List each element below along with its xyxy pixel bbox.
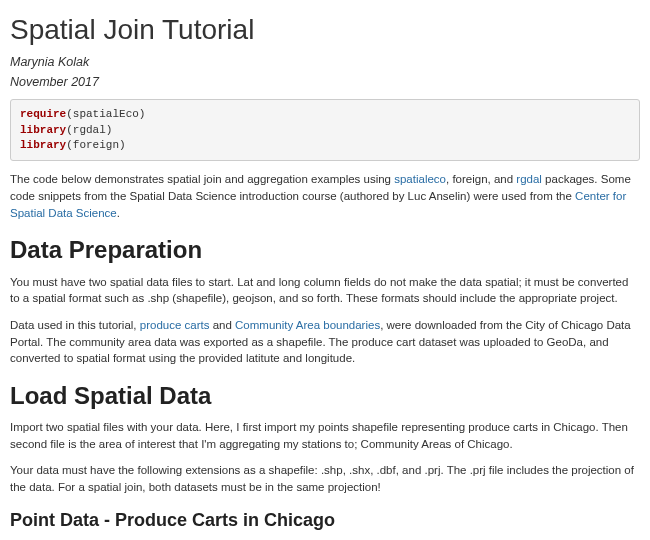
text: Data used in this tutorial,	[10, 319, 140, 331]
code-text: (rgdal)	[66, 124, 112, 136]
link-produce-carts[interactable]: produce carts	[140, 319, 210, 331]
date-line: November 2017	[10, 74, 640, 92]
paragraph: Import two spatial files with your data.…	[10, 419, 640, 452]
link-spatialeco[interactable]: spatialeco	[394, 173, 446, 185]
text: The code below demonstrates spatial join…	[10, 173, 394, 185]
code-keyword: library	[20, 124, 66, 136]
text: and	[209, 319, 235, 331]
code-block-setup: require(spatialEco) library(rgdal) libra…	[10, 99, 640, 161]
link-community-area-boundaries[interactable]: Community Area boundaries	[235, 319, 380, 331]
code-keyword: require	[20, 108, 66, 120]
text: , foreign, and	[446, 173, 516, 185]
code-text: (spatialEco)	[66, 108, 145, 120]
paragraph: Your data must have the following extens…	[10, 462, 640, 495]
page-title: Spatial Join Tutorial	[10, 10, 640, 50]
code-text: (foreign)	[66, 139, 125, 151]
paragraph: You must have two spatial data files to …	[10, 274, 640, 307]
heading-load-spatial-data: Load Spatial Data	[10, 379, 640, 413]
author-line: Marynia Kolak	[10, 54, 640, 72]
intro-paragraph: The code below demonstrates spatial join…	[10, 171, 640, 221]
heading-data-preparation: Data Preparation	[10, 233, 640, 267]
code-keyword: library	[20, 139, 66, 151]
text: .	[117, 207, 120, 219]
heading-point-data: Point Data - Produce Carts in Chicago	[10, 508, 640, 534]
link-rgdal[interactable]: rgdal	[516, 173, 542, 185]
paragraph: Data used in this tutorial, produce cart…	[10, 317, 640, 367]
